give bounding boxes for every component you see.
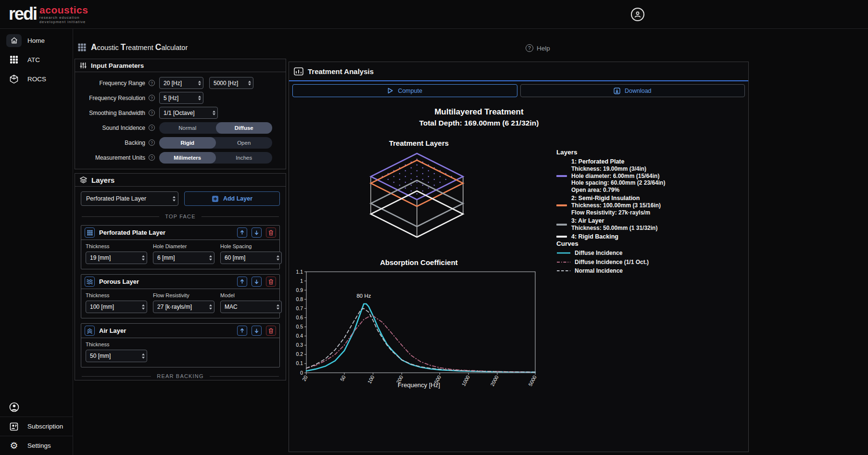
legend-entry: 2: Semi-Rigid Insulation Thickness: 100.…: [556, 195, 715, 216]
download-button[interactable]: Download: [520, 84, 745, 97]
stepper-arrows[interactable]: [198, 95, 201, 101]
stepper-arrows[interactable]: [209, 304, 212, 310]
stepper-arrows[interactable]: [248, 80, 251, 86]
help-button[interactable]: ? Help: [526, 44, 550, 52]
layer-color-swatch: [556, 175, 567, 177]
redi-acoustics-logo[interactable]: redi acoustics research education develo…: [9, 4, 88, 24]
frequency-range-row: Frequency Range ?: [75, 76, 280, 90]
logo-wordmark: redi: [9, 4, 37, 24]
backing-row: Backing ? Rigid Open: [75, 135, 280, 150]
measurement-units-toggle[interactable]: Milimeters Inches: [159, 152, 272, 164]
move-layer-up-button[interactable]: [237, 228, 247, 238]
sound-incidence-toggle[interactable]: Normal Diffuse: [159, 122, 272, 134]
hole-spacing-input[interactable]: [220, 252, 282, 264]
svg-text:0.8: 0.8: [296, 296, 303, 302]
download-label: Download: [625, 88, 652, 94]
sidebar-item-label: ATC: [27, 56, 40, 63]
model-select-value[interactable]: [220, 301, 282, 313]
model-select[interactable]: [220, 301, 282, 313]
select-chevrons-icon[interactable]: [213, 110, 215, 115]
move-layer-down-button[interactable]: [252, 326, 262, 336]
user-icon: [634, 11, 642, 18]
sidebar-item-label: Settings: [27, 442, 51, 449]
thickness-input[interactable]: [86, 350, 147, 362]
cube-icon: [6, 75, 22, 84]
frequency-max-value[interactable]: [209, 77, 253, 89]
svg-text:0.4: 0.4: [296, 333, 303, 339]
hole-diameter-value[interactable]: [153, 252, 214, 264]
delete-layer-button[interactable]: [266, 326, 276, 336]
sidebar-item-rocs[interactable]: ROCS: [0, 69, 73, 88]
delete-layer-button[interactable]: [266, 277, 276, 287]
rear-backing-divider: REAR BACKING: [82, 373, 279, 379]
move-layer-up-button[interactable]: [237, 277, 247, 287]
sidebar-item-subscription[interactable]: Subscription: [0, 417, 73, 436]
thickness-value[interactable]: [86, 252, 147, 264]
help-circle-icon[interactable]: ?: [149, 125, 155, 131]
toggle-option-inches[interactable]: Inches: [216, 152, 273, 164]
sidebar-item-profile[interactable]: [0, 397, 73, 417]
toggle-option-diffuse[interactable]: Diffuse: [216, 122, 273, 134]
toggle-option-normal[interactable]: Normal: [159, 122, 216, 134]
layer-type-select[interactable]: Perforated Plate Layer: [81, 191, 178, 206]
sidebar-item-label: ROCS: [27, 76, 46, 83]
frequency-resolution-value[interactable]: [159, 92, 203, 104]
sidebar-item-settings[interactable]: ⚙ Settings: [0, 436, 73, 455]
user-avatar-button[interactable]: [631, 8, 644, 21]
select-chevrons-icon[interactable]: [277, 304, 279, 310]
frequency-resolution-input[interactable]: [159, 92, 203, 104]
logo-subtitle-line2: development initiative: [39, 20, 88, 24]
thickness-input[interactable]: [86, 252, 147, 264]
frequency-resolution-label: Frequency Resolution: [75, 95, 145, 101]
sidebar-item-home[interactable]: Home: [0, 31, 73, 50]
frequency-min-value[interactable]: [159, 77, 203, 89]
svg-text:50: 50: [339, 374, 347, 382]
move-layer-down-button[interactable]: [252, 228, 262, 238]
move-layer-up-button[interactable]: [237, 326, 247, 336]
smoothing-bandwidth-value[interactable]: [159, 107, 218, 119]
thickness-value[interactable]: [86, 301, 147, 313]
stepper-arrows[interactable]: [142, 354, 145, 359]
flow-resistivity-input[interactable]: [153, 301, 214, 313]
toggle-option-open[interactable]: Open: [216, 137, 273, 149]
add-layer-button[interactable]: Add Layer: [184, 191, 280, 206]
logo-subtitle-line1: research education: [39, 15, 88, 20]
sidebar-item-atc[interactable]: ATC: [0, 50, 73, 69]
user-circle-icon: [6, 402, 22, 412]
air-layer-icon: [85, 326, 95, 336]
help-circle-icon[interactable]: ?: [149, 110, 155, 116]
layer-card-title: Porous Layer: [99, 278, 233, 285]
svg-text:0.9: 0.9: [296, 287, 303, 293]
backing-toggle[interactable]: Rigid Open: [159, 137, 272, 149]
toggle-option-milimeters[interactable]: Milimeters: [159, 152, 216, 164]
layer-card-porous: Porous Layer Thickness Flow Resistivity: [81, 274, 280, 318]
hole-diameter-input[interactable]: [153, 252, 214, 264]
compute-button[interactable]: Compute: [292, 84, 517, 97]
field-label: Thickness: [86, 243, 147, 249]
toggle-option-rigid[interactable]: Rigid: [159, 137, 216, 149]
layer-card-perforated-plate: Perforated Plate Layer Thickness Hole Di…: [81, 225, 280, 269]
help-circle-icon[interactable]: ?: [149, 95, 155, 101]
hole-spacing-value[interactable]: [220, 252, 282, 264]
stepper-arrows[interactable]: [142, 255, 145, 261]
help-circle-icon[interactable]: ?: [149, 154, 155, 161]
help-circle-icon[interactable]: ?: [149, 80, 155, 86]
flow-resistivity-value[interactable]: [153, 301, 214, 313]
stepper-arrows[interactable]: [142, 304, 145, 310]
frequency-max-input[interactable]: [209, 77, 253, 89]
stepper-arrows[interactable]: [198, 80, 201, 86]
frequency-min-input[interactable]: [159, 77, 203, 89]
curve-swatch-dashdot: [556, 260, 571, 264]
smoothing-bandwidth-select[interactable]: [159, 107, 218, 119]
play-icon: [387, 88, 393, 94]
svg-text:1: 1: [300, 278, 303, 284]
grid-icon: [6, 55, 22, 64]
thickness-value[interactable]: [86, 350, 147, 362]
stepper-arrows[interactable]: [277, 255, 279, 261]
help-circle-icon[interactable]: ?: [149, 139, 155, 146]
delete-layer-button[interactable]: [266, 228, 276, 238]
curve-swatch-solid: [556, 251, 571, 255]
thickness-input[interactable]: [86, 301, 147, 313]
stepper-arrows[interactable]: [209, 255, 212, 261]
move-layer-down-button[interactable]: [252, 277, 262, 287]
